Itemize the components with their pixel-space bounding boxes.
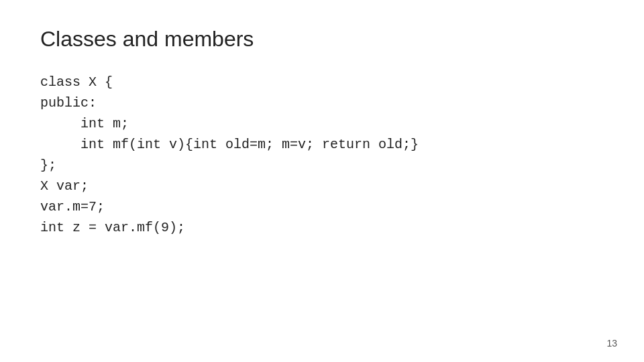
code-line-3: int m;	[40, 113, 604, 134]
code-line-4: int mf(int v){int old=m; m=v; return old…	[40, 134, 604, 155]
code-line-6: X var;	[40, 176, 604, 196]
code-line-9: int z = var.mf(9);	[40, 217, 604, 238]
code-line-5: };	[40, 155, 604, 176]
slide-title: Classes and members	[40, 27, 604, 52]
code-line-8: var.m=7;	[40, 196, 604, 217]
code-block: class X { public: int m; int mf(int v){i…	[40, 72, 604, 238]
page-number: 13	[606, 338, 617, 349]
code-line-1: class X {	[40, 72, 604, 93]
code-line-2: public:	[40, 93, 604, 113]
slide: Classes and members class X { public: in…	[0, 0, 644, 362]
